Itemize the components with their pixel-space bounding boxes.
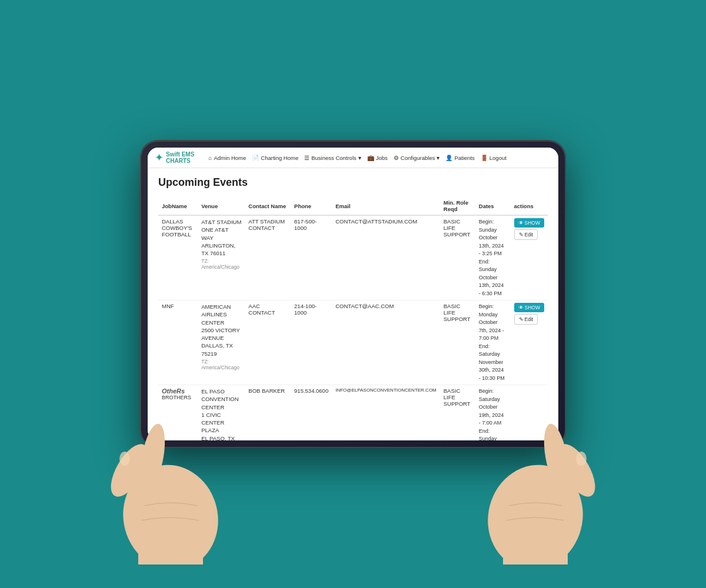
show-label: SHOW <box>525 220 540 226</box>
phone-cell: 214-100-1000 <box>291 300 332 385</box>
nav-patients[interactable]: 👤 Patients <box>445 155 474 161</box>
date-begin: Begin: Saturday October 19th, 2024 - 7:0… <box>479 387 507 427</box>
date-end: End: Sunday October 20th, 2024 - 9:50 AM <box>479 427 507 441</box>
svg-point-1 <box>104 439 155 503</box>
actions-cell: 👁 SHOW ✎ Edit <box>511 300 548 385</box>
email-cell: CONTACT@AAC.COM <box>332 300 440 385</box>
brand-text: Swift EMS CHARTS <box>166 151 194 164</box>
nav-logout-label: Logout <box>489 155 507 161</box>
email-cell: INFO@ELPASONCONVENTIONCENTER.COM <box>332 385 440 441</box>
app-container: ✦ Swift EMS CHARTS ⌂ Admin Home 📄 <box>148 148 558 440</box>
events-table: JobName Venue Contact Name Phone Email M… <box>158 197 548 440</box>
brand-line1: Swift EMS <box>166 151 194 158</box>
phone-cell: 915.534.0600 <box>291 385 332 441</box>
nav-jobs-label: Jobs <box>376 155 388 161</box>
dates-cell: Begin: Monday October 7th, 2024 - 7:00 P… <box>475 300 511 385</box>
nav-patients-label: Patients <box>454 155 474 161</box>
home-icon: ⌂ <box>208 155 212 161</box>
eye-icon: 👁 <box>518 220 524 226</box>
show-button[interactable]: 👁 SHOW <box>514 218 544 228</box>
nav-jobs[interactable]: 💼 Jobs <box>367 155 388 161</box>
brand-icon: ✦ <box>155 151 164 164</box>
timezone: TZ: America/Chicago <box>201 359 241 370</box>
svg-point-6 <box>551 439 602 503</box>
venue-cell: EL PASO CONVENTION CENTER 1 CIVIC CENTER… <box>198 385 245 441</box>
min-role-cell: BASIC LIFE SUPPORT <box>440 300 475 385</box>
gear-icon: ⚙ <box>394 155 399 161</box>
venue-name: EL PASO CONVENTION CENTER <box>201 387 241 411</box>
dates-info: Begin: Sunday October 13th, 2024 - 3:25 … <box>479 218 507 298</box>
page-title: Upcoming Events <box>158 176 548 189</box>
col-min-role: Min. RoleReqd <box>440 197 475 215</box>
nav-admin-home[interactable]: ⌂ Admin Home <box>208 155 246 161</box>
brand: ✦ Swift EMS CHARTS <box>155 151 194 164</box>
nav-configurables[interactable]: ⚙ Configurables ▾ <box>394 155 440 161</box>
dates-info: Begin: Monday October 7th, 2024 - 7:00 P… <box>479 303 507 382</box>
venue-info: AMERICAN AIRLINES CENTER 2500 VICTORY AV… <box>201 303 241 358</box>
job-name-cell: OtheRs BROTHERS <box>158 385 198 441</box>
nav-logout[interactable]: 🚪 Logout <box>481 155 507 161</box>
nav-configurables-label: Configurables <box>401 155 435 161</box>
actions-cell <box>511 385 548 441</box>
svg-point-9 <box>576 452 587 466</box>
show-label: SHOW <box>525 305 540 310</box>
venue-city: DALLAS, TX 75219 <box>201 342 241 358</box>
venue-city: ARLINGTON, TX 76011 <box>201 242 241 258</box>
edit-label: Edit <box>525 316 534 322</box>
job-name-cell: DALLAS COWBOY'S FOOTBALL <box>158 215 198 300</box>
contact-name-cell: ATT STADIUM CONTACT <box>245 215 291 300</box>
dates-info: Begin: Saturday October 19th, 2024 - 7:0… <box>479 387 507 440</box>
venue-info: EL PASO CONVENTION CENTER 1 CIVIC CENTER… <box>201 387 241 440</box>
date-end: End: Sunday October 13th, 2024 - 6:30 PM <box>479 258 507 298</box>
dates-cell: Begin: Sunday October 13th, 2024 - 3:25 … <box>475 215 511 300</box>
nav-charting-home-label: Charting Home <box>261 155 298 161</box>
brothers-text: BROTHERS <box>162 395 191 400</box>
venue-cell: AMERICAN AIRLINES CENTER 2500 VICTORY AV… <box>198 300 245 385</box>
navbar: ✦ Swift EMS CHARTS ⌂ Admin Home 📄 <box>148 148 558 168</box>
col-email: Email <box>332 197 440 215</box>
col-venue: Venue <box>198 197 245 215</box>
pencil-icon: ✎ <box>519 316 524 322</box>
pencil-icon: ✎ <box>519 232 524 238</box>
date-begin: Begin: Sunday October 13th, 2024 - 3:25 … <box>479 218 507 258</box>
edit-button[interactable]: ✎ Edit <box>514 314 538 325</box>
edit-label: Edit <box>525 232 534 238</box>
svg-point-4 <box>119 452 130 466</box>
venue-addr: 1 CIVIC CENTER PLAZA <box>201 411 241 435</box>
col-actions: actions <box>511 197 548 215</box>
timezone: TZ: America/Chicago <box>201 258 241 270</box>
nav-items: ⌂ Admin Home 📄 Charting Home ☰ Business … <box>208 155 507 161</box>
user-icon: 👤 <box>445 155 452 161</box>
contact-name-cell: AAC CONTACT <box>245 300 291 385</box>
venue-info: AT&T STADIUM ONE AT&T WAY ARLINGTON, TX … <box>201 218 241 257</box>
others-text: OtheRs <box>162 387 185 395</box>
brand-line2: CHARTS <box>166 158 194 164</box>
svg-point-5 <box>476 454 594 564</box>
col-dates: Dates <box>475 197 511 215</box>
nav-business-controls-label: Business Controls <box>311 155 357 161</box>
edit-button[interactable]: ✎ Edit <box>514 229 538 240</box>
min-role-cell: BASIC LIFE SUPPORT <box>440 215 475 300</box>
eye-icon: 👁 <box>518 305 524 310</box>
briefcase-icon: 💼 <box>367 155 374 161</box>
venue-city: EL PASO, TX 79901 <box>201 435 241 440</box>
phone-cell: 817-500-1000 <box>291 215 332 300</box>
date-begin: Begin: Monday October 7th, 2024 - 7:00 P… <box>479 303 507 343</box>
venue-addr: 2500 VICTORY AVENUE <box>201 326 241 342</box>
venue-name: AMERICAN AIRLINES CENTER <box>201 303 241 326</box>
chevron-down-icon-2: ▾ <box>437 155 439 161</box>
nav-business-controls[interactable]: ☰ Business Controls ▾ <box>304 155 361 161</box>
grid-icon: ☰ <box>304 155 309 161</box>
email-cell: CONTACT@ATTSTADIUM.COM <box>332 215 440 300</box>
table-row: OtheRs BROTHERS EL PASO CONVENTION CENTE… <box>158 385 548 441</box>
job-name-cell: MNF <box>158 300 198 385</box>
nav-charting-home[interactable]: 📄 Charting Home <box>252 155 298 161</box>
logout-icon: 🚪 <box>481 155 488 161</box>
col-contact: Contact Name <box>245 197 291 215</box>
show-button[interactable]: 👁 SHOW <box>514 303 544 312</box>
table-row: DALLAS COWBOY'S FOOTBALL AT&T STADIUM ON… <box>158 215 548 300</box>
venue-name: AT&T STADIUM <box>201 218 241 226</box>
dates-cell: Begin: Saturday October 19th, 2024 - 7:0… <box>475 385 511 441</box>
chevron-down-icon: ▾ <box>358 155 361 161</box>
svg-rect-8 <box>503 541 568 564</box>
